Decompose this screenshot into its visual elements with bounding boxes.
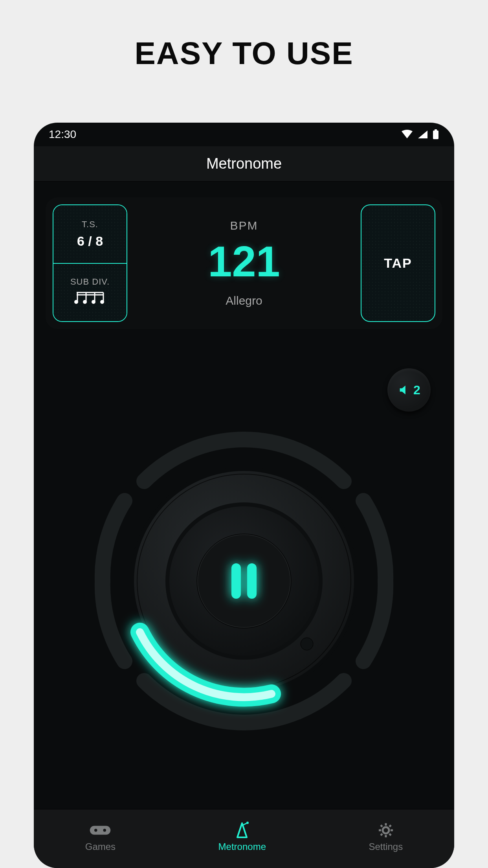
nav-metronome[interactable]: Metronome — [218, 822, 266, 852]
tap-label: TAP — [384, 256, 412, 271]
svg-rect-21 — [90, 826, 111, 835]
svg-point-17 — [301, 638, 313, 650]
subdiv-label: SUB DIV. — [70, 277, 110, 287]
time-signature-button[interactable]: T.S. 6 / 8 — [53, 205, 127, 264]
phone-frame: 12:30 Metronome T.S. 6 / 8 SUB DIV. — [34, 123, 454, 868]
status-icons — [401, 129, 439, 140]
svg-rect-20 — [247, 563, 257, 599]
sound-button[interactable]: 2 — [387, 368, 431, 412]
bpm-card: T.S. 6 / 8 SUB DIV. — [46, 197, 442, 329]
ts-subdiv-stack: T.S. 6 / 8 SUB DIV. — [53, 204, 127, 322]
svg-line-32 — [389, 834, 391, 835]
svg-point-23 — [103, 829, 106, 832]
dial-area: 2 — [34, 353, 454, 809]
tempo-name: Allegro — [226, 294, 262, 307]
svg-point-8 — [74, 300, 78, 304]
svg-point-25 — [246, 822, 249, 824]
svg-point-22 — [94, 829, 97, 832]
sixteenth-notes-icon — [74, 291, 106, 308]
svg-line-33 — [381, 834, 382, 835]
gear-icon — [374, 822, 398, 839]
nav-settings[interactable]: Settings — [369, 822, 403, 852]
bpm-label: BPM — [230, 219, 258, 232]
svg-line-31 — [381, 825, 382, 827]
bpm-display[interactable]: BPM 121 Allegro — [134, 204, 354, 322]
play-pause-button[interactable] — [197, 534, 291, 628]
subdivision-button[interactable]: SUB DIV. — [53, 264, 127, 322]
app-header: Metronome — [34, 146, 454, 182]
svg-point-10 — [92, 300, 95, 304]
metronome-icon — [230, 822, 254, 839]
page-title: Metronome — [206, 155, 282, 172]
sound-value: 2 — [413, 383, 420, 397]
svg-point-9 — [83, 300, 87, 304]
ts-value: 6 / 8 — [77, 234, 103, 249]
nav-settings-label: Settings — [369, 841, 403, 852]
ts-label: T.S. — [82, 219, 98, 230]
battery-icon — [432, 129, 439, 140]
bpm-value: 121 — [208, 236, 280, 286]
bottom-nav: Games Metronome Settings — [34, 809, 454, 868]
status-bar: 12:30 — [34, 123, 454, 146]
status-time: 12:30 — [49, 128, 76, 141]
wifi-icon — [401, 130, 413, 139]
svg-point-11 — [100, 300, 104, 304]
tempo-dial[interactable] — [83, 420, 405, 742]
svg-rect-0 — [433, 131, 438, 139]
svg-rect-19 — [231, 563, 241, 599]
nav-games-label: Games — [85, 841, 116, 852]
nav-metronome-label: Metronome — [218, 841, 266, 852]
gamepad-icon — [88, 822, 112, 839]
tap-button[interactable]: TAP — [361, 204, 435, 322]
promo-title: EASY TO USE — [135, 35, 354, 72]
cellular-icon — [417, 130, 428, 139]
nav-games[interactable]: Games — [85, 822, 116, 852]
speaker-icon — [398, 383, 411, 397]
svg-line-34 — [389, 825, 391, 827]
svg-rect-1 — [435, 129, 437, 131]
svg-point-26 — [383, 827, 389, 833]
